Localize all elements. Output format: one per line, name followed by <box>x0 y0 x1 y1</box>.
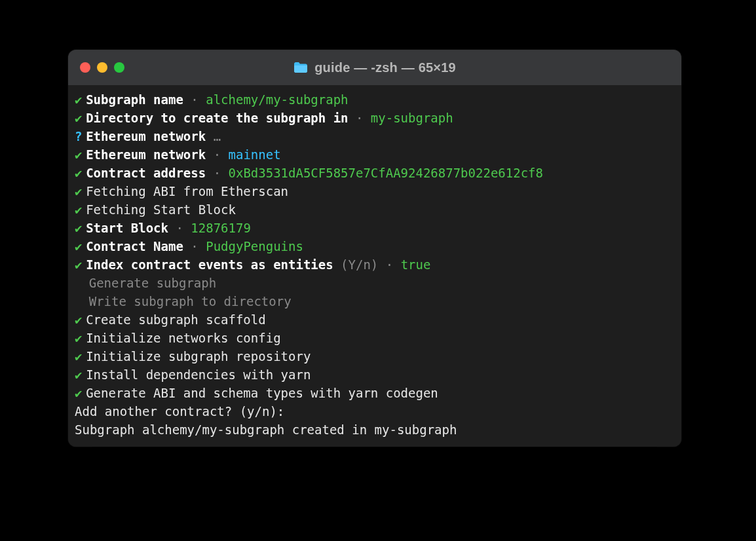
folder-icon <box>293 62 308 73</box>
traffic-lights <box>80 62 124 73</box>
line-directory: ✔Directory to create the subgraph in · m… <box>75 109 675 127</box>
line-generate-types: ✔Generate ABI and schema types with yarn… <box>75 384 675 402</box>
check-icon: ✔ <box>75 219 86 237</box>
check-icon: ✔ <box>75 365 86 384</box>
separator: · <box>183 239 206 253</box>
check-icon: ✔ <box>75 109 86 127</box>
value-directory: my-subgraph <box>371 111 453 125</box>
line-write-subgraph: Write subgraph to directory <box>75 292 675 310</box>
value-index-events: true <box>401 257 431 272</box>
line-create-scaffold: ✔Create subgraph scaffold <box>75 310 675 329</box>
check-icon: ✔ <box>75 255 86 274</box>
check-icon: ✔ <box>75 145 86 164</box>
text-init-networks: Initialize networks config <box>86 331 280 345</box>
separator: · <box>206 147 228 162</box>
check-icon: ✔ <box>75 200 86 219</box>
minimize-icon[interactable] <box>97 62 107 73</box>
separator: · <box>183 92 206 107</box>
line-index-events: ✔Index contract events as entities (Y/n)… <box>75 255 675 274</box>
line-subgraph-name: ✔Subgraph name · alchemy/my-subgraph <box>75 90 675 109</box>
terminal-body[interactable]: ✔Subgraph name · alchemy/my-subgraph ✔Di… <box>68 85 681 447</box>
title-center: guide — -zsh — 65×19 <box>68 60 681 75</box>
line-fetch-start-block: ✔Fetching Start Block <box>75 200 675 219</box>
close-icon[interactable] <box>80 62 90 73</box>
check-icon: ✔ <box>75 329 86 347</box>
value-contract-address: 0xBd3531dA5CF5857e7CfAA92426877b022e612c… <box>229 166 543 180</box>
text-add-another: Add another contract? (y/n): <box>75 404 284 419</box>
line-add-another: Add another contract? (y/n): <box>75 402 675 420</box>
separator: · <box>349 111 371 125</box>
line-init-networks: ✔Initialize networks config <box>75 329 675 347</box>
line-init-repo: ✔Initialize subgraph repository <box>75 347 675 365</box>
label-directory: Directory to create the subgraph in <box>86 111 348 125</box>
line-install-deps: ✔Install dependencies with yarn <box>75 365 675 384</box>
text-created-msg: Subgraph alchemy/my-subgraph created in … <box>75 422 457 437</box>
check-icon: ✔ <box>75 182 86 200</box>
text-create-scaffold: Create subgraph scaffold <box>86 312 266 327</box>
value-eth-network: mainnet <box>229 147 281 162</box>
maximize-icon[interactable] <box>114 62 124 73</box>
check-icon: ✔ <box>75 164 86 182</box>
text-write-subgraph: Write subgraph to directory <box>89 294 292 308</box>
terminal-window: guide — -zsh — 65×19 ✔Subgraph name · al… <box>68 50 681 447</box>
separator: · <box>378 257 400 272</box>
label-index-events: Index contract events as entities <box>86 257 333 272</box>
text-fetch-abi: Fetching ABI from Etherscan <box>86 184 288 198</box>
line-created-msg: Subgraph alchemy/my-subgraph created in … <box>75 420 675 439</box>
ellipsis: … <box>214 129 221 143</box>
value-start-block: 12876179 <box>191 221 251 235</box>
check-icon: ✔ <box>75 347 86 365</box>
check-icon: ✔ <box>75 310 86 329</box>
check-icon: ✔ <box>75 90 86 109</box>
label-start-block: Start Block <box>86 221 168 235</box>
text-generate-subgraph: Generate subgraph <box>89 276 216 290</box>
label-eth-network-q: Ethereum network <box>86 129 206 143</box>
separator: · <box>168 221 191 235</box>
line-contract-address: ✔Contract address · 0xBd3531dA5CF5857e7C… <box>75 164 675 182</box>
line-start-block: ✔Start Block · 12876179 <box>75 219 675 237</box>
label-contract-address: Contract address <box>86 166 206 180</box>
hint-index-events: (Y/n) <box>341 257 378 272</box>
value-subgraph-name: alchemy/my-subgraph <box>206 92 348 107</box>
text-install-deps: Install dependencies with yarn <box>86 367 311 382</box>
text-generate-types: Generate ABI and schema types with yarn … <box>86 386 438 400</box>
label-eth-network: Ethereum network <box>86 147 206 162</box>
line-eth-network-question: ?Ethereum network … <box>75 127 675 145</box>
check-icon: ✔ <box>75 237 86 255</box>
title-bar: guide — -zsh — 65×19 <box>68 50 681 85</box>
window-title: guide — -zsh — 65×19 <box>314 60 456 75</box>
text-fetch-start-block: Fetching Start Block <box>86 202 236 217</box>
line-fetch-abi: ✔Fetching ABI from Etherscan <box>75 182 675 200</box>
line-contract-name: ✔Contract Name · PudgyPenguins <box>75 237 675 255</box>
label-contract-name: Contract Name <box>86 239 183 253</box>
label-subgraph-name: Subgraph name <box>86 92 183 107</box>
line-eth-network: ✔Ethereum network · mainnet <box>75 145 675 164</box>
question-icon: ? <box>75 127 86 145</box>
line-generate-subgraph: Generate subgraph <box>75 274 675 292</box>
check-icon: ✔ <box>75 384 86 402</box>
text-init-repo: Initialize subgraph repository <box>86 349 311 364</box>
separator: · <box>206 166 228 180</box>
value-contract-name: PudgyPenguins <box>206 239 303 253</box>
